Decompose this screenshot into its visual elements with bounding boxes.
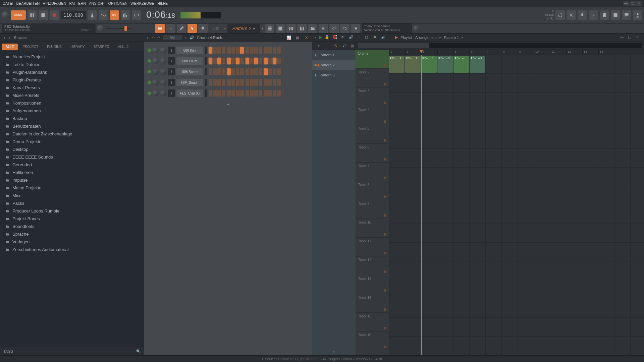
- loop-button[interactable]: [132, 10, 141, 20]
- channel-name[interactable]: 808 HiHat: [176, 57, 203, 65]
- track-mute-dot[interactable]: [384, 327, 386, 329]
- pl-menu[interactable]: ▸: [315, 35, 317, 40]
- track-header[interactable]: Track 16: [356, 331, 389, 350]
- snap-arrow[interactable]: ▸: [224, 26, 226, 31]
- playlist-minimap[interactable]: [358, 43, 642, 48]
- step-button[interactable]: [264, 68, 268, 75]
- browser-tab-starred[interactable]: STARRED: [90, 44, 113, 50]
- close-button[interactable]: ✕: [636, 1, 642, 6]
- step-button[interactable]: [227, 47, 231, 54]
- pl-eye-icon[interactable]: 👁: [341, 35, 346, 40]
- track-mute-dot[interactable]: [384, 214, 386, 217]
- track-mute-dot[interactable]: [384, 346, 386, 348]
- pattern-item-1[interactable]: ▮Pattern 1: [312, 50, 356, 60]
- pl-record-icon[interactable]: ⏺: [373, 35, 378, 40]
- step-button[interactable]: [277, 79, 281, 86]
- tree-item[interactable]: Demo-Projekte: [0, 138, 144, 145]
- channel-number[interactable]: 1: [168, 57, 175, 65]
- step-button[interactable]: [273, 58, 276, 64]
- step-button[interactable]: [254, 90, 258, 97]
- master-volume-knob[interactable]: [97, 25, 104, 32]
- piano-roll-button[interactable]: [276, 24, 285, 33]
- step-button[interactable]: [231, 79, 235, 86]
- step-button[interactable]: [209, 68, 212, 75]
- menu-bearbeiten[interactable]: BEARBEITEN: [15, 1, 41, 6]
- step-button[interactable]: [222, 90, 225, 97]
- tree-item[interactable]: Aufgenommen: [0, 107, 144, 115]
- master-level-meter[interactable]: [180, 12, 221, 18]
- step-button[interactable]: [264, 79, 268, 86]
- track-header[interactable]: Drums: [356, 50, 389, 69]
- next-button[interactable]: →: [166, 24, 175, 33]
- pattern-item-2[interactable]: ▶▮Pattern 2: [312, 60, 356, 70]
- grid-row[interactable]: [389, 130, 644, 149]
- step-button[interactable]: [236, 90, 239, 97]
- grid-row[interactable]: [389, 168, 644, 186]
- grid-row[interactable]: [389, 318, 644, 337]
- menu-hinzufuegen[interactable]: HINZUFüGEN: [42, 1, 67, 6]
- step-button[interactable]: [259, 68, 262, 75]
- step-button[interactable]: [273, 68, 276, 75]
- channel-pan-knob[interactable]: [153, 47, 159, 53]
- channel-led[interactable]: [148, 92, 151, 95]
- track-header[interactable]: Track 13: [356, 275, 389, 294]
- bar-number[interactable]: 14: [598, 50, 614, 55]
- help-button[interactable]: ?: [589, 10, 598, 20]
- grid-row[interactable]: [389, 205, 644, 224]
- channel-vol-knob[interactable]: [160, 90, 166, 96]
- step-button[interactable]: [213, 79, 217, 86]
- step-button[interactable]: [213, 90, 217, 97]
- tools-button[interactable]: [567, 10, 576, 20]
- search-icon[interactable]: 🔍: [136, 349, 141, 354]
- step-button[interactable]: [231, 68, 235, 75]
- playlist-grid[interactable]: 1234567891011121314 ▮ Pa...n 2▮ Pa...n 2…: [389, 50, 644, 355]
- step-button[interactable]: [259, 79, 262, 86]
- step-button[interactable]: [264, 58, 268, 64]
- grid-row[interactable]: [389, 280, 644, 299]
- cr-redo[interactable]: ↷: [157, 36, 160, 40]
- stop-button[interactable]: [39, 10, 48, 20]
- step-button[interactable]: [259, 47, 262, 54]
- step-button[interactable]: [209, 58, 212, 64]
- step-button[interactable]: [222, 68, 225, 75]
- step-button[interactable]: [268, 79, 272, 86]
- grid-row[interactable]: [389, 243, 644, 261]
- pl-max[interactable]: ▢: [628, 35, 633, 40]
- master-pitch-slider[interactable]: [106, 28, 132, 29]
- tree-item[interactable]: Impulse: [0, 176, 144, 184]
- tree-item[interactable]: Producer Loops Rumble: [0, 207, 144, 215]
- browser-tab-alle[interactable]: ALLE: [2, 44, 18, 50]
- track-header[interactable]: Track 6: [356, 144, 389, 163]
- step-button[interactable]: [246, 68, 249, 75]
- news-hint[interactable]: Today: Eine neuere Version von FL Studio…: [362, 23, 412, 33]
- cr-close[interactable]: ✕: [303, 35, 309, 41]
- track-header[interactable]: Track 5: [356, 125, 389, 144]
- pl-square-icon[interactable]: ◻: [365, 35, 370, 40]
- mixer-button[interactable]: [297, 24, 307, 33]
- track-mute-dot[interactable]: [384, 308, 386, 311]
- tree-item[interactable]: Desktop: [0, 145, 144, 153]
- mic-button[interactable]: [578, 10, 587, 20]
- playhead[interactable]: [421, 55, 422, 355]
- track-mute-dot[interactable]: [384, 158, 386, 161]
- menu-pattern[interactable]: PATTERN: [68, 1, 87, 6]
- tree-item[interactable]: Meine Projekte: [0, 184, 144, 192]
- tree-item[interactable]: Projekt-Bones: [0, 215, 144, 223]
- pl-title-b[interactable]: Pattern 1: [444, 36, 459, 40]
- pl-lock-icon[interactable]: 🔒: [325, 35, 330, 40]
- cr-menu[interactable]: ▸: [147, 36, 149, 40]
- grid-row[interactable]: ▮ Pa...n 2▮ Pa...n 2▮ Pa...n 1▮ Pa...n 3…: [389, 55, 644, 74]
- browser-tree[interactable]: Aktuelles ProjektLetzte DateienPlugin-Da…: [0, 51, 144, 347]
- cr-filter-arrow[interactable]: ▸: [185, 36, 187, 40]
- browser-forward[interactable]: ▸: [9, 36, 11, 40]
- tree-item[interactable]: Soundfonts: [0, 223, 144, 230]
- pattern-clip[interactable]: ▮ Pa...n 2: [405, 56, 421, 73]
- tree-item[interactable]: Zerschnittenes Audiomaterial: [0, 246, 144, 253]
- user-button[interactable]: [633, 10, 642, 20]
- grid-row[interactable]: [389, 337, 644, 355]
- channel-pan-knob[interactable]: [153, 90, 159, 96]
- step-button[interactable]: [268, 58, 272, 64]
- track-mute-dot[interactable]: [384, 195, 386, 198]
- cr-undo[interactable]: ↶: [152, 36, 155, 40]
- step-button[interactable]: [227, 68, 231, 75]
